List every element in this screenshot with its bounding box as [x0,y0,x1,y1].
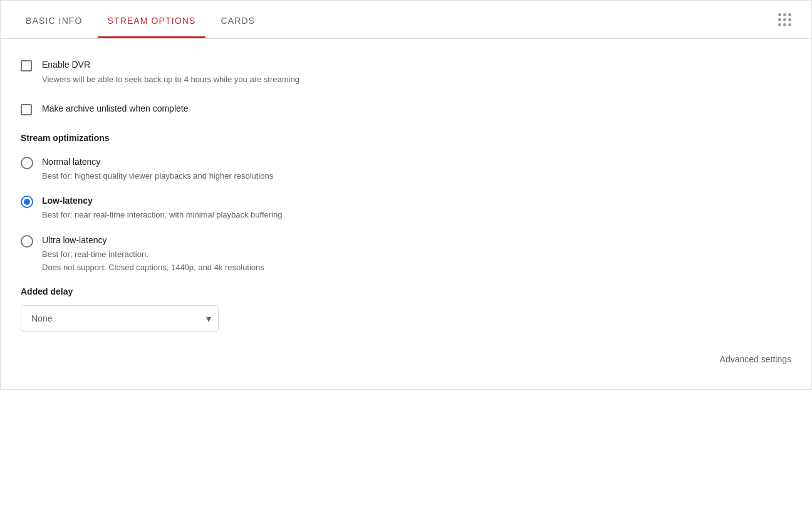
enable-dvr-label: Enable DVR [42,59,299,71]
ultra-low-latency-radio[interactable] [21,235,33,248]
tab-stream-options[interactable]: STREAM OPTIONS [98,1,206,38]
ultra-low-latency-sublabel-1: Best for: real-time interaction. [42,248,264,261]
tab-cards[interactable]: CARDS [211,1,265,38]
low-latency-label: Low-latency [42,194,282,207]
low-latency-row: Low-latency Best for: near real-time int… [21,194,791,221]
normal-latency-label: Normal latency [42,155,273,169]
make-archive-row: Make archive unlisted when complete [21,103,791,115]
normal-latency-radio[interactable] [21,157,33,169]
normal-latency-radio-wrap[interactable] [21,157,33,169]
advanced-settings-row: Advanced settings [21,354,791,364]
apps-icon[interactable] [773,8,796,31]
low-latency-labels: Low-latency Best for: near real-time int… [42,194,282,221]
normal-latency-row: Normal latency Best for: highest quality… [21,155,791,182]
page-container: BASIC INFO STREAM OPTIONS CARDS [0,0,812,390]
make-archive-labels: Make archive unlisted when complete [42,103,188,115]
stream-optimizations-heading: Stream optimizations [21,133,791,143]
ultra-low-latency-row: Ultra low-latency Best for: real-time in… [21,234,791,274]
ultra-low-latency-radio-wrap[interactable] [21,235,33,248]
make-archive-label: Make archive unlisted when complete [42,103,188,115]
ultra-low-latency-labels: Ultra low-latency Best for: real-time in… [42,234,264,274]
low-latency-sublabel: Best for: near real-time interaction, wi… [42,209,282,221]
added-delay-select-wrap: None 2 seconds 4 seconds 6 seconds ▾ [21,305,219,332]
normal-latency-labels: Normal latency Best for: highest quality… [42,155,273,182]
low-latency-radio[interactable] [21,196,33,208]
added-delay-section: Added delay None 2 seconds 4 seconds 6 s… [21,286,791,332]
enable-dvr-checkbox[interactable] [21,60,32,71]
normal-latency-sublabel: Best for: highest quality viewer playbac… [42,170,273,182]
enable-dvr-row: Enable DVR Viewers will be able to seek … [21,59,791,85]
tab-bar: BASIC INFO STREAM OPTIONS CARDS [1,1,811,39]
make-archive-checkbox-wrap[interactable] [21,104,32,115]
enable-dvr-sublabel: Viewers will be able to seek back up to … [42,74,299,85]
make-archive-checkbox[interactable] [21,104,32,115]
enable-dvr-labels: Enable DVR Viewers will be able to seek … [42,59,299,85]
ultra-low-latency-label: Ultra low-latency [42,234,264,247]
added-delay-select[interactable]: None 2 seconds 4 seconds 6 seconds [21,305,219,332]
advanced-settings-link[interactable]: Advanced settings [720,354,791,364]
content-area: Enable DVR Viewers will be able to seek … [1,39,811,389]
enable-dvr-checkbox-wrap[interactable] [21,60,32,71]
added-delay-label: Added delay [21,286,791,296]
low-latency-radio-wrap[interactable] [21,196,33,208]
ultra-low-latency-sublabel-2: Does not support: Closed captions, 1440p… [42,261,264,274]
tab-basic-info[interactable]: BASIC INFO [16,1,93,38]
